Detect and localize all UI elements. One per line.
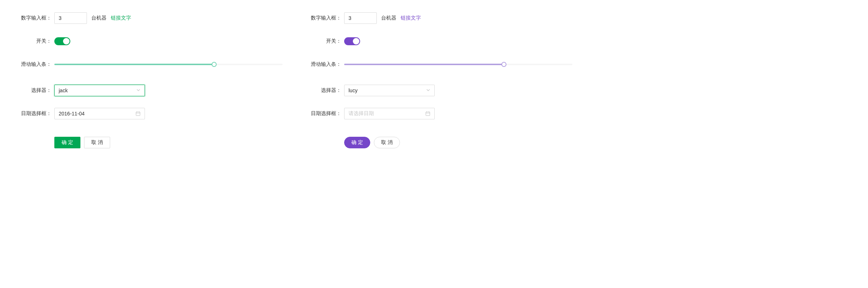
date-picker[interactable]: 请选择日期: [344, 108, 435, 119]
link-text[interactable]: 链接文字: [401, 15, 421, 21]
chevron-down-icon: [426, 88, 430, 93]
select-label: 选择器：: [7, 87, 54, 94]
switch-label: 开关：: [297, 38, 344, 45]
cancel-button[interactable]: 取消: [84, 137, 110, 148]
date-picker[interactable]: 2016-11-04: [54, 108, 145, 119]
button-row: 确定 取消: [297, 135, 572, 150]
date-picker-row: 日期选择框： 2016-11-04: [7, 106, 283, 121]
date-picker-label: 日期选择框：: [297, 110, 344, 117]
slider-row: 滑动输入条：: [7, 57, 283, 72]
form-right: 数字输入框： 台机器 链接文字 开关： 滑动输入条：: [297, 11, 572, 158]
svg-rect-4: [426, 112, 430, 116]
select-value: lucy: [349, 88, 358, 93]
number-input[interactable]: [54, 12, 87, 24]
date-value: 2016-11-04: [59, 111, 85, 117]
number-suffix: 台机器: [381, 15, 396, 21]
slider[interactable]: [54, 62, 283, 67]
number-input-label: 数字输入框：: [7, 15, 54, 21]
select-row: 选择器： lucy: [297, 83, 572, 98]
slider-track: [54, 64, 214, 65]
number-input[interactable]: [344, 12, 377, 24]
button-row: 确定 取消: [7, 135, 283, 150]
switch-toggle[interactable]: [54, 37, 70, 45]
number-input-row: 数字输入框： 台机器 链接文字: [297, 11, 572, 25]
date-picker-label: 日期选择框：: [7, 110, 54, 117]
select-label: 选择器：: [297, 87, 344, 94]
link-text[interactable]: 链接文字: [111, 15, 131, 21]
slider-track: [344, 64, 504, 65]
switch-label: 开关：: [7, 38, 54, 45]
date-placeholder: 请选择日期: [349, 110, 374, 117]
slider-label: 滑动输入条：: [7, 61, 54, 68]
svg-rect-0: [136, 112, 140, 116]
slider-label: 滑动输入条：: [297, 61, 344, 68]
slider[interactable]: [344, 62, 572, 67]
number-input-row: 数字输入框： 台机器 链接文字: [7, 11, 283, 25]
select-value: jack: [59, 88, 68, 93]
slider-handle[interactable]: [212, 62, 217, 67]
number-input-label: 数字输入框：: [297, 15, 344, 21]
chevron-down-icon: [136, 88, 141, 93]
number-suffix: 台机器: [91, 15, 107, 21]
calendar-icon: [135, 111, 141, 116]
cancel-button[interactable]: 取消: [374, 137, 400, 148]
slider-row: 滑动输入条：: [297, 57, 572, 72]
confirm-button[interactable]: 确定: [54, 137, 80, 148]
switch-row: 开关：: [7, 34, 283, 48]
slider-handle[interactable]: [501, 62, 506, 67]
form-left: 数字输入框： 台机器 链接文字 开关： 滑动输入条：: [7, 11, 283, 158]
switch-toggle[interactable]: [344, 37, 360, 45]
select-row: 选择器： jack: [7, 83, 283, 98]
calendar-icon: [425, 111, 430, 116]
select-dropdown[interactable]: lucy: [344, 85, 435, 96]
confirm-button[interactable]: 确定: [344, 137, 370, 148]
select-dropdown[interactable]: jack: [54, 85, 145, 96]
switch-row: 开关：: [297, 34, 572, 48]
date-picker-row: 日期选择框： 请选择日期: [297, 106, 572, 121]
